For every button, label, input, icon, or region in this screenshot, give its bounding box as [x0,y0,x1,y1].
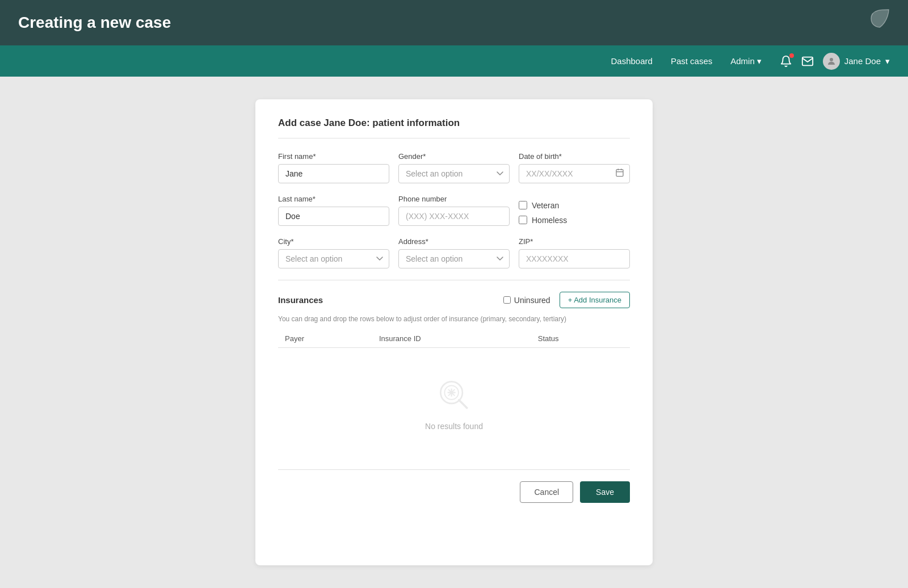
top-bar: Creating a new case [0,0,908,45]
nav-past-cases[interactable]: Past cases [671,56,712,66]
svg-point-0 [830,58,833,61]
address-group: Address* Select an option [398,237,510,268]
insurance-table-head: Payer Insurance ID Status [278,330,630,348]
nav-admin[interactable]: Admin ▾ [730,56,762,66]
zip-input[interactable] [519,249,630,268]
gender-select[interactable]: Select an option Male Female Other [398,164,510,183]
user-avatar [823,53,840,70]
first-name-group: First name* [278,152,389,183]
zip-label: ZIP* [519,237,630,246]
no-results-icon [434,375,474,415]
dob-input-wrapper [519,164,630,183]
city-label: City* [278,237,389,246]
empty-state: No results found [285,352,623,453]
form-card: Add case Jane Doe: patient information F… [255,99,653,565]
first-name-input[interactable] [278,164,389,183]
insurance-controls: Uninsured + Add Insurance [503,292,630,308]
drag-hint: You can drag and drop the rows below to … [278,315,630,323]
nav-admin-label: Admin [730,56,755,66]
svg-line-7 [459,400,467,408]
insurance-divider [278,280,630,280]
homeless-checkbox-label[interactable]: Homeless [519,216,630,225]
address-select[interactable]: Select an option [398,249,510,268]
notification-dot [789,53,794,58]
insurance-table-header-row: Payer Insurance ID Status [278,330,630,348]
insurance-table-body: No results found [278,348,630,459]
zip-group: ZIP* [519,237,630,268]
phone-input[interactable] [398,207,510,226]
last-name-label: Last name* [278,195,389,203]
gender-group: Gender* Select an option Male Female Oth… [398,152,510,183]
form-actions: Cancel Save [278,469,630,503]
gender-label: Gender* [398,152,510,161]
add-insurance-button[interactable]: + Add Insurance [560,292,630,308]
mail-button[interactable] [801,55,814,68]
veteran-label: Veteran [532,201,559,210]
form-title: Add case Jane Doe: patient information [278,117,630,138]
calendar-icon [615,168,624,179]
form-row-1: First name* Gender* Select an option Mal… [278,152,630,183]
nav-bar: Dashboard Past cases Admin ▾ Jane Doe ▾ [0,45,908,77]
notification-bell-button[interactable] [780,55,792,68]
empty-state-text: No results found [425,422,483,431]
user-chevron-icon: ▾ [885,56,890,66]
last-name-input[interactable] [278,207,389,226]
form-row-3: City* Select an option Address* Select a… [278,237,630,268]
chevron-down-icon: ▾ [757,56,762,66]
city-group: City* Select an option [278,237,389,268]
uninsured-checkbox[interactable] [503,296,511,304]
dob-group: Date of birth* [519,152,630,183]
first-name-label: First name* [278,152,389,161]
page-title: Creating a new case [18,14,171,32]
veteran-checkbox-label[interactable]: Veteran [519,201,630,210]
phone-label: Phone number [398,195,510,203]
uninsured-checkbox-label[interactable]: Uninsured [503,296,550,305]
phone-group: Phone number [398,195,510,226]
nav-icons: Jane Doe ▾ [780,53,890,70]
insurance-id-column-header: Insurance ID [372,330,531,348]
form-row-2: Last name* Phone number Veteran Homeless [278,195,630,226]
homeless-label: Homeless [532,216,567,225]
main-content: Add case Jane Doe: patient information F… [0,77,908,588]
checkboxes-group: Veteran Homeless [519,195,630,226]
save-button[interactable]: Save [580,481,630,503]
city-select[interactable]: Select an option [278,249,389,268]
nav-dashboard[interactable]: Dashboard [611,56,652,66]
cancel-button[interactable]: Cancel [520,481,573,503]
insurance-header: Insurances Uninsured + Add Insurance [278,292,630,308]
uninsured-label: Uninsured [514,296,550,305]
address-label: Address* [398,237,510,246]
payer-column-header: Payer [278,330,372,348]
dob-input[interactable] [519,164,630,183]
svg-rect-1 [616,170,623,177]
insurance-title: Insurances [278,295,323,305]
veteran-checkbox[interactable] [519,201,527,209]
logo [867,6,897,35]
user-name-label: Jane Doe [844,56,881,66]
insurance-table: Payer Insurance ID Status [278,330,630,458]
last-name-group: Last name* [278,195,389,226]
dob-label: Date of birth* [519,152,630,161]
user-menu[interactable]: Jane Doe ▾ [823,53,890,70]
homeless-checkbox[interactable] [519,216,527,224]
status-column-header: Status [531,330,630,348]
insurance-empty-cell: No results found [278,348,630,459]
insurance-empty-row: No results found [278,348,630,459]
